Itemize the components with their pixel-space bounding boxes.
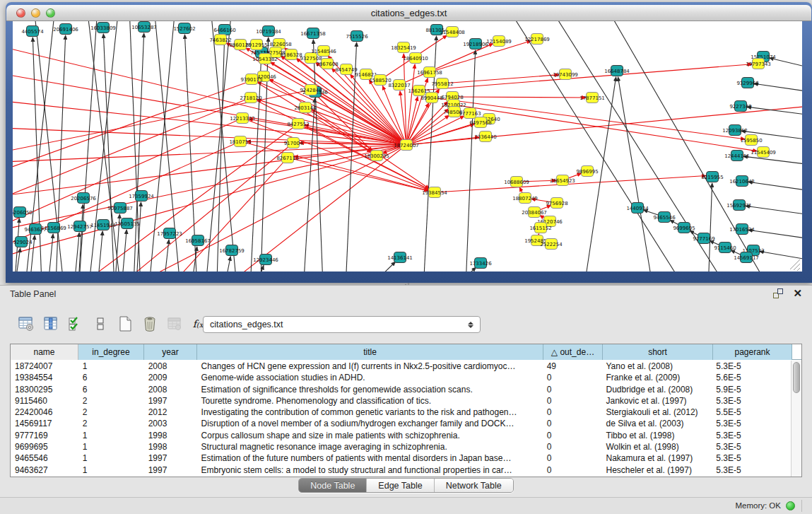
svg-text:11545409: 11545409 <box>751 150 776 156</box>
column-header-year[interactable]: year <box>144 344 197 360</box>
table-cell: 6 <box>78 372 144 383</box>
create-column-icon[interactable] <box>116 315 134 333</box>
graph-node[interactable]: 10688609 <box>504 177 529 187</box>
graph-node[interactable]: 17016534 <box>729 224 755 235</box>
graph-node[interactable]: 14136141 <box>387 252 413 263</box>
svg-text:90975887: 90975887 <box>107 206 133 211</box>
graph-node[interactable]: 12093852 <box>722 125 748 136</box>
graph-node[interactable]: 1595850 <box>740 135 762 146</box>
graph-node[interactable]: 20206576 <box>71 193 96 204</box>
graph-node[interactable]: 6466160 <box>213 25 235 35</box>
svg-text:10743099: 10743099 <box>553 72 578 78</box>
graph-node[interactable]: 8454749 <box>335 64 357 75</box>
table-selector-value: citations_edges.txt <box>210 320 283 329</box>
scrollbar-thumb[interactable] <box>793 362 800 393</box>
table-selector-dropdown[interactable]: citations_edges.txt <box>203 316 481 333</box>
graph-node[interactable]: 25206050 <box>13 207 33 218</box>
graph-node[interactable]: 4405574 <box>21 26 44 37</box>
table-mode-icon[interactable] <box>17 315 35 333</box>
graph-node[interactable]: 8215955 <box>701 172 723 182</box>
table-cell: 6 <box>78 384 144 395</box>
svg-text:1929024: 1929024 <box>13 240 33 245</box>
graph-node[interactable]: 9329966 <box>736 78 759 88</box>
graph-node[interactable]: 17359924 <box>129 191 154 201</box>
show-columns-icon[interactable] <box>42 315 60 333</box>
table-cell: Jankovic et al. (1997) <box>602 395 712 407</box>
memory-status-label: Memory: OK <box>735 498 781 514</box>
table-row[interactable]: 1872400712008Changes of HCN gene express… <box>11 361 791 372</box>
graph-node[interactable]: 16782759 <box>219 245 245 256</box>
table-scrollbar[interactable] <box>791 361 801 477</box>
table-row[interactable]: 2242004622012Investigating the contribut… <box>11 407 791 418</box>
graph-node[interactable]: 18325419 <box>391 42 416 53</box>
table-cell: 5.3E-5 <box>712 430 791 441</box>
svg-text:10653287: 10653287 <box>131 25 157 30</box>
graph-node[interactable]: 10719184 <box>256 26 281 37</box>
svg-text:12217869: 12217869 <box>524 37 550 42</box>
column-header-short[interactable]: short <box>603 344 713 360</box>
graph-node[interactable]: 9465546 <box>653 212 676 223</box>
table-row[interactable]: 946554611997Estimation of the future num… <box>11 452 791 464</box>
graph-node[interactable]: 9227349 <box>729 101 751 112</box>
graph-node[interactable]: 12217869 <box>524 34 550 45</box>
graph-node[interactable]: 16033809 <box>90 23 116 33</box>
table-row[interactable]: 1830029562008Estimation of significance … <box>11 384 791 395</box>
import-table-icon[interactable] <box>165 315 184 333</box>
graph-node[interactable]: 16961758 <box>417 67 442 78</box>
unselect-all-columns-icon[interactable] <box>91 315 110 333</box>
svg-text:11548408: 11548408 <box>440 30 465 35</box>
graph-node[interactable]: 15692971 <box>726 200 752 211</box>
column-header-out_de[interactable]: △ out_de… <box>543 344 603 360</box>
table-cell: 9699695 <box>11 441 78 452</box>
graph-node[interactable]: 10653287 <box>131 22 157 33</box>
float-panel-icon[interactable] <box>773 288 783 298</box>
delete-columns-icon[interactable] <box>141 315 159 333</box>
graph-node[interactable]: 18640910 <box>403 53 428 64</box>
column-header-pagerank[interactable]: pagerank <box>713 344 792 360</box>
graph-node[interactable]: 12942757 <box>67 221 93 232</box>
svg-text:8322037: 8322037 <box>388 83 410 88</box>
svg-text:8267110: 8267110 <box>276 156 298 161</box>
graph-node[interactable]: 17877151 <box>579 93 605 103</box>
graph-node[interactable]: 7955812 <box>431 78 453 89</box>
graph-node[interactable]: 2803144 <box>294 103 317 113</box>
svg-text:12213343: 12213343 <box>230 116 255 122</box>
graph-node[interactable]: 18807249 <box>512 193 538 204</box>
graph-node[interactable]: 16958167 <box>185 235 211 246</box>
graph-node[interactable]: 917004 <box>284 138 303 148</box>
svg-text:18226058: 18226058 <box>266 42 292 47</box>
svg-text:8427552: 8427552 <box>287 122 309 127</box>
table-row[interactable]: 946362711997Embryonic stem cells: a mode… <box>11 465 791 476</box>
tab-node-table[interactable]: Node Table <box>299 479 367 492</box>
table-cell: Franke et al. (2009) <box>602 372 712 383</box>
graph-node[interactable]: 12444151 <box>724 151 750 161</box>
column-header-title[interactable]: title <box>197 344 543 360</box>
graph-node[interactable]: 7515526 <box>346 31 368 42</box>
table-row[interactable]: 1456911722003Disruption of a novel membe… <box>11 418 791 429</box>
column-header-name[interactable]: name <box>11 344 78 360</box>
graph-node[interactable]: 2336440 <box>474 132 496 142</box>
network-canvas[interactable]: 4405574206914061603380910653287152760264… <box>13 21 802 271</box>
graph-node[interactable]: 1733426 <box>469 258 492 269</box>
tab-edge-table[interactable]: Edge Table <box>367 479 434 492</box>
graph-node[interactable]: 20691406 <box>53 24 78 35</box>
graph-node[interactable]: 16671358 <box>300 28 326 39</box>
graph-node[interactable]: 16210643 <box>729 176 755 187</box>
graph-node[interactable]: 9896995 <box>576 166 598 177</box>
select-all-columns-icon[interactable] <box>66 315 85 333</box>
close-panel-icon[interactable]: ✕ <box>793 288 802 298</box>
graph-node[interactable]: 9756928 <box>546 198 567 209</box>
graph-node[interactable]: 11545409 <box>751 147 776 158</box>
table-row[interactable]: 1938455462009Genome-wide association stu… <box>11 372 791 383</box>
table-row[interactable]: 911546021997Tourette syndrome. Phenomeno… <box>11 395 791 407</box>
graph-node[interactable]: 1527602 <box>173 23 195 34</box>
graph-node[interactable]: 1440934 <box>626 203 649 214</box>
column-header-in_degree[interactable]: in_degree <box>78 344 144 360</box>
network-window-titlebar[interactable]: citations_edges.txt <box>6 5 811 21</box>
graph-edge <box>406 97 418 145</box>
table-row[interactable]: 977716911998Corpus callosum shape and si… <box>11 430 791 441</box>
tab-network-table[interactable]: Network Table <box>435 479 513 492</box>
table-row[interactable]: 969969511998Structural magnetic resonanc… <box>11 441 791 452</box>
table-cell: 1998 <box>144 441 197 452</box>
graph-node[interactable]: 12923446 <box>253 255 278 265</box>
